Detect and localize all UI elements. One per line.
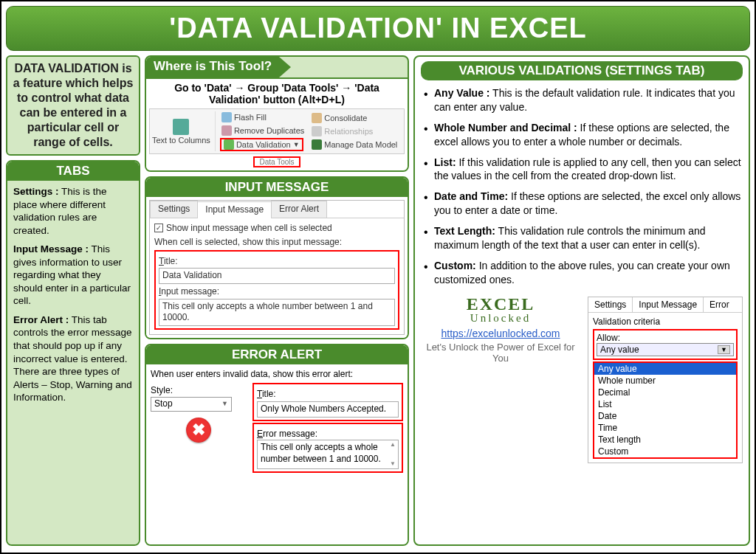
error-title-label: Title: — [257, 389, 399, 401]
remove-duplicates-icon — [221, 125, 232, 136]
error-message-input[interactable]: This cell only accepts a whole number be… — [257, 440, 399, 469]
validation-item: Custom: In addition to the above rules, … — [422, 259, 741, 287]
text-to-columns-icon — [173, 119, 189, 135]
brand-url[interactable]: https://excelunlocked.com — [421, 328, 580, 339]
allow-option[interactable]: Decimal — [594, 387, 736, 398]
style-select[interactable]: Stop▼ — [151, 397, 232, 412]
title-label: Title: — [159, 256, 395, 268]
validation-item: Date and Time: If these options are sele… — [422, 190, 741, 218]
allow-option[interactable]: Date — [594, 410, 736, 422]
error-when-label: When user enters invalid data, show this… — [151, 369, 403, 381]
input-message-header: INPUT MESSAGE — [146, 178, 408, 197]
sdlg-tab-settings[interactable]: Settings — [588, 297, 633, 312]
validation-item: Any Value : This is the default validati… — [422, 86, 741, 114]
show-input-checkbox[interactable]: ✓ Show input message when cell is select… — [154, 223, 399, 235]
validation-criteria-label: Validation criteria — [593, 316, 738, 327]
input-message-label: Input message: — [159, 286, 395, 298]
when-selected-label: When cell is selected, show this input m… — [154, 237, 399, 249]
where-instructions: Go to 'Data' → Group 'Data Tools' → 'Dat… — [149, 82, 405, 105]
validations-header: VARIOUS VALIDATIONS (SETTINGS TAB) — [421, 61, 743, 80]
excel-ribbon: Text to Columns Flash Fill Remove Duplic… — [149, 108, 405, 154]
dlg-tab-error-alert[interactable]: Error Alert — [271, 201, 327, 218]
allow-option[interactable]: Whole number — [594, 375, 736, 387]
data-validation-icon — [224, 139, 234, 150]
manage-data-model-icon — [312, 139, 322, 150]
relationships-icon — [312, 126, 322, 136]
error-title-box: Title: Only Whole Numbers Accepted. — [252, 383, 403, 420]
allow-option[interactable]: List — [594, 398, 736, 410]
sdlg-tab-error[interactable]: Error — [704, 297, 735, 312]
allow-label: Allow: — [597, 333, 734, 343]
allow-options-list: Any valueWhole numberDecimalListDateTime… — [593, 361, 738, 459]
brand-name: EXCEL — [421, 297, 580, 313]
input-message-input[interactable]: This cell only accepts a whole number be… — [159, 299, 395, 326]
input-message-fields: Title: Data Validation Input message: Th… — [154, 250, 399, 330]
validations-body: Any Value : This is the default validati… — [415, 80, 749, 297]
page-title: 'DATA VALIDATION' IN EXCEL — [6, 6, 750, 51]
allow-option[interactable]: Time — [594, 422, 736, 434]
error-alert-header: ERROR ALERT — [146, 345, 408, 364]
validation-item: Text Length: This validation rule contro… — [422, 224, 741, 252]
ribbon-relationships[interactable]: Relationships — [310, 125, 374, 137]
consolidate-icon — [312, 113, 322, 123]
tabs-settings-label: Settings : — [13, 186, 59, 197]
allow-option[interactable]: Custom — [594, 446, 736, 457]
arrow-icon — [279, 57, 291, 77]
title-input[interactable]: Data Validation — [159, 268, 395, 284]
ribbon-remove-duplicates[interactable]: Remove Duplicates — [220, 125, 306, 136]
dlg-tab-settings[interactable]: Settings — [150, 201, 198, 218]
scrollbar-icon[interactable]: ▲▼ — [388, 441, 397, 468]
tabs-error-text: This tab controls the error message that… — [13, 314, 132, 403]
tabs-input-label: Input Message : — [13, 243, 89, 255]
brand-tagline: Let's Unlock the Power of Excel for You — [421, 342, 580, 364]
error-message-box: Error message: This cell only accepts a … — [252, 423, 403, 474]
chevron-down-icon: ▼ — [221, 400, 228, 409]
tabs-body: Settings : This is the place where diffe… — [7, 181, 139, 544]
settings-dialog: Settings Input Message Error Validation … — [588, 297, 743, 463]
stop-icon: ✖ — [186, 418, 211, 443]
brand-block: EXCEL Unlocked https://excelunlocked.com… — [421, 297, 580, 364]
allow-option[interactable]: Any value — [594, 363, 736, 375]
chevron-down-icon: ▼ — [293, 141, 300, 148]
ribbon-flash-fill[interactable]: Flash Fill — [220, 111, 268, 123]
style-label: Style: — [151, 385, 247, 397]
tabs-header: TABS — [7, 162, 139, 181]
sdlg-tab-input[interactable]: Input Message — [633, 297, 704, 312]
allow-option[interactable]: Text length — [594, 434, 736, 446]
validation-item: List: If this validation rule is applied… — [422, 156, 741, 184]
ribbon-data-validation[interactable]: Data Validation▼ — [220, 138, 303, 151]
error-title-input[interactable]: Only Whole Numbers Accepted. — [257, 401, 399, 418]
ribbon-text-to-columns[interactable]: Text to Columns — [152, 136, 210, 145]
dlg-tab-input-message[interactable]: Input Message — [197, 201, 272, 218]
chevron-down-icon: ▼ — [718, 345, 730, 354]
flash-fill-icon — [221, 112, 232, 122]
ribbon-consolidate[interactable]: Consolidate — [310, 112, 368, 124]
input-message-dialog: Settings Input Message Error Alert ✓ Sho… — [149, 200, 405, 335]
allow-select[interactable]: Any value ▼ — [597, 343, 734, 356]
checkbox-icon: ✓ — [154, 224, 163, 232]
ribbon-group-label: Data Tools — [253, 156, 300, 167]
where-header: Where is This Tool? — [146, 57, 279, 77]
error-message-label: Error message: — [257, 429, 399, 440]
ribbon-manage-data-model[interactable]: Manage Data Model — [310, 139, 399, 150]
tabs-error-label: Error Alert : — [13, 314, 69, 325]
brand-subname: Unlocked — [421, 312, 580, 325]
validation-item: Whole Number and Decimal : If these opti… — [422, 121, 741, 149]
description-box: DATA VALIDATION is a feature which helps… — [6, 55, 140, 156]
show-input-label: Show input message when cell is selected — [166, 223, 332, 235]
